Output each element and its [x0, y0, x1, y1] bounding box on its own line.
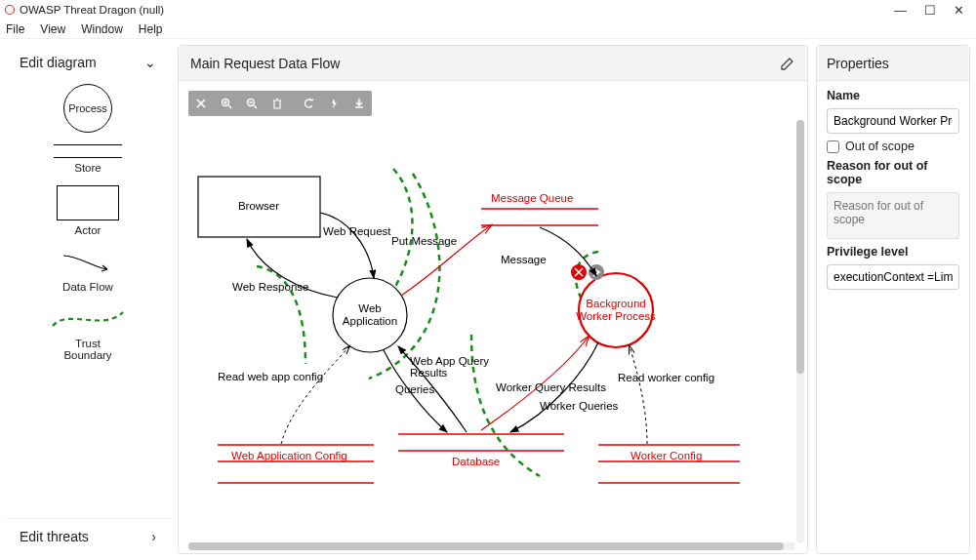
- canvas-panel: Main Request Data Flow: [178, 45, 808, 554]
- priv-label: Privilege level: [827, 245, 959, 259]
- priv-input[interactable]: [827, 264, 959, 290]
- stencil-trust-boundary[interactable]: Trust Boundary: [16, 300, 160, 365]
- menu-view[interactable]: View: [40, 22, 65, 36]
- chevron-down-icon: ⌄: [144, 55, 156, 70]
- left-sidebar: Edit diagram ⌄ Process Store Actor Data …: [6, 45, 170, 554]
- reason-textarea[interactable]: [827, 192, 959, 239]
- node-background-worker[interactable]: Background Worker Process: [576, 298, 656, 323]
- flow-worker-query-results[interactable]: Worker Query Results: [496, 381, 606, 393]
- node-message-queue[interactable]: Message Queue: [491, 192, 573, 204]
- flow-web-request[interactable]: Web Request: [323, 225, 390, 237]
- canvas-scrollbar-vertical[interactable]: [796, 120, 806, 543]
- canvas-scrollbar-horizontal[interactable]: [188, 542, 795, 552]
- flow-read-worker-config[interactable]: Read worker config: [618, 372, 714, 383]
- window-controls: — ☐ ✕: [894, 3, 972, 18]
- actor-shape-icon: [57, 185, 119, 220]
- node-browser[interactable]: Browser: [238, 200, 279, 213]
- diagram-canvas[interactable]: Browser Web Application Background Worke…: [179, 81, 784, 554]
- title-bar: OWASP Threat Dragon (null) — ☐ ✕: [0, 0, 976, 20]
- reason-label: Reason for out of scope: [827, 159, 959, 186]
- undo-button[interactable]: [296, 91, 321, 116]
- menu-help[interactable]: Help: [139, 22, 163, 36]
- name-input[interactable]: [827, 108, 959, 134]
- zoom-in-button[interactable]: [214, 91, 239, 116]
- stencil-actor[interactable]: Actor: [16, 181, 160, 240]
- flow-read-web-app-config[interactable]: Read web app config: [218, 371, 323, 382]
- properties-title: Properties: [827, 56, 889, 71]
- flow-message[interactable]: Message: [501, 254, 547, 265]
- flow-queries[interactable]: Queries: [395, 383, 434, 395]
- properties-panel: Properties Name Out of scope Reason for …: [816, 45, 970, 554]
- zoom-out-button[interactable]: [239, 91, 264, 116]
- delete-button[interactable]: [264, 91, 290, 116]
- maximize-button[interactable]: ☐: [924, 3, 936, 18]
- menu-bar: File View Window Help: [0, 20, 976, 39]
- stencil-store[interactable]: Store: [16, 140, 160, 178]
- stencil-dataflow[interactable]: Data Flow: [16, 244, 160, 297]
- node-worker-config[interactable]: Worker Config: [630, 450, 702, 461]
- app-icon: [4, 4, 16, 16]
- stencil-palette: Process Store Actor Data Flow Trust Boun…: [6, 80, 170, 375]
- edit-diagram-accordion[interactable]: Edit diagram ⌄: [6, 45, 170, 80]
- stencil-process[interactable]: Process: [16, 80, 160, 137]
- store-shape-icon: [54, 144, 122, 158]
- trust-boundary-icon: [49, 304, 127, 334]
- flow-web-app-query-results[interactable]: Web App Query Results: [410, 355, 489, 379]
- flow-worker-queries[interactable]: Worker Queries: [540, 400, 618, 412]
- node-web-application[interactable]: Web Application: [343, 302, 397, 328]
- close-button[interactable]: ✕: [954, 3, 964, 18]
- dataflow-label: Data Flow: [62, 281, 113, 293]
- edit-threats-label: Edit threats: [20, 529, 89, 544]
- edit-threats-accordion[interactable]: Edit threats ›: [6, 518, 170, 554]
- dataflow-arrow-icon: [59, 248, 117, 277]
- edit-diagram-label: Edit diagram: [20, 55, 97, 70]
- edit-title-icon[interactable]: [780, 56, 795, 71]
- node-web-app-config[interactable]: Web Application Config: [231, 450, 347, 461]
- svg-point-0: [6, 6, 15, 15]
- out-of-scope-label: Out of scope: [845, 140, 915, 153]
- menu-window[interactable]: Window: [81, 22, 123, 36]
- export-button[interactable]: [346, 91, 372, 116]
- chevron-right-icon: ›: [151, 529, 156, 544]
- canvas-header: Main Request Data Flow: [179, 46, 807, 81]
- threat-button[interactable]: [321, 91, 346, 116]
- node-database[interactable]: Database: [452, 456, 500, 467]
- actor-label: Actor: [75, 224, 102, 236]
- fit-button[interactable]: [188, 91, 214, 116]
- flow-put-message[interactable]: Put Message: [391, 235, 457, 247]
- canvas-toolbar: [188, 91, 372, 116]
- trust-boundary-label: Trust Boundary: [63, 338, 111, 361]
- flow-web-response[interactable]: Web Response: [232, 281, 308, 293]
- name-label: Name: [827, 89, 959, 102]
- process-shape-icon: Process: [63, 84, 112, 133]
- menu-file[interactable]: File: [6, 22, 24, 36]
- store-label: Store: [74, 162, 102, 174]
- out-of-scope-checkbox[interactable]: [827, 140, 839, 153]
- window-title: OWASP Threat Dragon (null): [20, 4, 164, 16]
- minimize-button[interactable]: —: [894, 3, 907, 18]
- properties-header: Properties: [817, 46, 969, 81]
- diagram-title: Main Request Data Flow: [190, 56, 340, 71]
